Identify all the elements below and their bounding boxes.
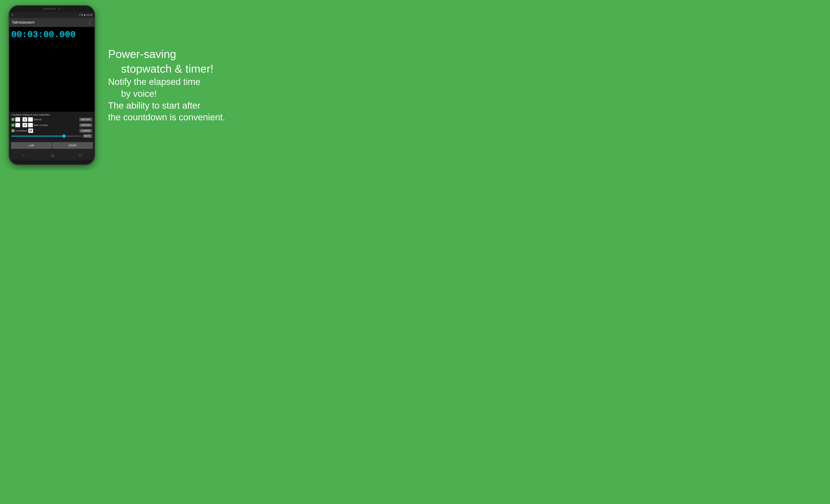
recent-button[interactable]: □ <box>79 153 82 157</box>
back-button[interactable]: ← <box>22 153 26 157</box>
app-bar: Talk!stopwatch ⋮ <box>9 18 94 27</box>
number-box-1: 1 <box>23 117 27 122</box>
infinity-icon: ∞ <box>39 123 41 127</box>
volume-slider[interactable] <box>11 136 82 137</box>
lap-button[interactable]: LAP <box>11 142 52 149</box>
change-button[interactable]: CHANGE <box>79 129 92 133</box>
time-display: 23:28 <box>86 13 92 16</box>
label-later: later <box>34 124 38 126</box>
battery-indicator: ▮ <box>84 13 85 16</box>
label-countdown: Countdown <box>15 129 27 132</box>
phone-camera <box>58 7 61 10</box>
setting-row-1: ✓ : 1 interval HISTORY <box>11 117 92 122</box>
white-box-1b <box>28 117 33 122</box>
history-button-1[interactable]: HISTORY <box>79 118 92 122</box>
timer-text: 00:03:00.000 <box>11 30 92 39</box>
white-box-2b <box>28 123 33 127</box>
refresh-icon: ↻ <box>11 13 13 16</box>
timer-display: 00:03:00.000 <box>9 27 94 42</box>
setting-row-2: ✓ : 3 later ∞ times HISTORY <box>11 123 92 127</box>
settings-title: Condition setting of voice notification <box>11 113 92 116</box>
promo-line-6: the countdown is convenient. <box>108 111 294 123</box>
number-box-2: 3 <box>23 123 27 127</box>
black-space <box>9 42 94 112</box>
stop-button[interactable]: STOP <box>52 142 93 149</box>
phone-top-bar <box>9 6 94 12</box>
checkbox-1[interactable]: ✓ <box>11 118 14 121</box>
bottom-buttons: LAP STOP <box>9 141 94 150</box>
slider-row: MUTE <box>11 134 92 138</box>
countdown-number: 10 <box>28 129 33 133</box>
phone-mockup: ↻ LTE ▮ 23:28 Talk!stopwatch ⋮ 00:03:00.… <box>9 5 99 167</box>
white-box-2 <box>15 123 20 127</box>
home-button[interactable]: △ <box>51 153 54 157</box>
settings-area: Condition setting of voice notification … <box>9 112 94 141</box>
phone-bottom <box>9 160 94 164</box>
status-bar: ↻ LTE ▮ 23:28 <box>9 12 94 18</box>
checkbox-3[interactable]: ✓ <box>11 129 14 132</box>
nav-bar: ← △ □ <box>9 150 94 160</box>
mute-button[interactable]: MUTE <box>83 134 92 138</box>
promo-line-4: by voice! <box>121 88 294 100</box>
label-times: times <box>42 124 48 126</box>
menu-button[interactable]: ⋮ <box>88 20 92 25</box>
phone-speaker <box>43 8 56 10</box>
promo-line-1: Power-saving <box>108 47 294 62</box>
promo-line-2: stopwatch & timer! <box>121 62 294 76</box>
history-button-2[interactable]: HISTORY <box>79 123 92 127</box>
setting-row-3: ✓ Countdown 10 CHANGE <box>11 129 92 133</box>
promo-area: Power-saving stopwatch & timer! Notify t… <box>99 42 302 128</box>
promo-line-3: Notify the elapsed time <box>108 76 294 88</box>
checkbox-2[interactable]: ✓ <box>11 124 14 127</box>
promo-line-5: The ability to start after <box>108 100 294 112</box>
white-box-1 <box>15 117 20 122</box>
app-title: Talk!stopwatch <box>12 21 35 25</box>
label-interval: interval <box>34 118 41 121</box>
signal-indicator: LTE <box>79 13 83 16</box>
